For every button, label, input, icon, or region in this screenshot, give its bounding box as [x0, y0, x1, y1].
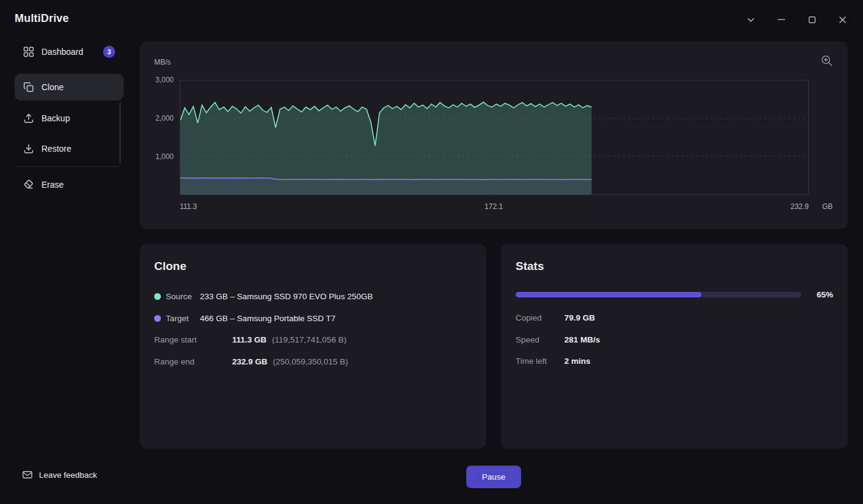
range-end-bytes: (250,059,350,015 B)	[273, 357, 348, 366]
speed-value: 281 MB/s	[564, 335, 600, 344]
clone-card: Clone Source 233 GB – Samsung SSD 970 EV…	[140, 244, 486, 449]
sidebar-item-label: Restore	[41, 144, 71, 154]
leave-feedback-button[interactable]: Leave feedback	[22, 469, 97, 480]
app-window: MultiDrive Dashboard 3 Clone	[0, 0, 863, 504]
progress-bar-track	[516, 292, 801, 297]
target-row: Target 466 GB – Samsung Portable SSD T7	[154, 308, 472, 330]
clone-card-title: Clone	[154, 260, 186, 273]
source-label: Source	[166, 292, 200, 301]
range-end-value: 232.9 GB	[232, 357, 268, 366]
range-start-value: 111.3 GB	[232, 335, 266, 344]
speed-label: Speed	[516, 335, 564, 344]
sidebar-item-backup[interactable]: Backup	[15, 105, 124, 132]
sidebar-item-label: Backup	[41, 113, 70, 123]
sidebar-item-label: Clone	[41, 82, 64, 92]
stats-card: Stats 65% Copied 79.9 GB Speed 281 MB/s …	[501, 244, 848, 449]
target-label: Target	[166, 314, 200, 323]
x-tick-start: 111.3	[180, 202, 197, 211]
source-row: Source 233 GB – Samsung SSD 970 EVO Plus…	[154, 286, 472, 308]
stats-card-title: Stats	[516, 260, 544, 273]
time-left-value: 2 mins	[564, 357, 591, 366]
y-tick-2000: 2,000	[142, 114, 174, 122]
sidebar-item-clone[interactable]: Clone	[15, 74, 124, 101]
leave-feedback-label: Leave feedback	[39, 470, 97, 480]
restore-download-icon	[23, 143, 34, 154]
zoom-in-magnifier-icon[interactable]	[820, 54, 834, 69]
backup-upload-icon	[23, 113, 34, 124]
copied-row: Copied 79.9 GB	[516, 307, 833, 329]
range-start-row: Range start 111.3 GB (119,517,741,056 B)	[154, 329, 472, 351]
speed-chart-card: MB/s 3,000 2,000 1,000 111.3 172.1 232.9…	[140, 41, 848, 229]
y-tick-3000: 3,000	[142, 76, 174, 84]
window-controls	[742, 11, 851, 28]
y-tick-1000: 1,000	[142, 152, 174, 161]
source-color-dot	[154, 293, 161, 300]
erase-eraser-icon	[23, 179, 34, 190]
sidebar-item-restore[interactable]: Restore	[15, 135, 124, 162]
copied-value: 79.9 GB	[564, 313, 595, 322]
speed-chart-svg	[180, 80, 808, 194]
progress-row: 65%	[516, 290, 833, 299]
window-close-icon[interactable]	[834, 11, 851, 28]
copied-label: Copied	[516, 313, 564, 322]
progress-percent-label: 65%	[806, 290, 833, 299]
window-minimize-icon[interactable]	[773, 11, 790, 28]
sidebar-item-label: Erase	[41, 180, 64, 190]
x-axis-ticks: 111.3 172.1 232.9	[180, 202, 809, 211]
range-start-label: Range start	[154, 335, 232, 344]
time-left-row: Time left 2 mins	[516, 350, 833, 372]
range-start-bytes: (119,517,741,056 B)	[272, 335, 346, 344]
envelope-icon	[22, 469, 33, 480]
dashboard-badge: 3	[103, 46, 115, 58]
x-tick-mid: 172.1	[485, 202, 503, 211]
stats-rows: Copied 79.9 GB Speed 281 MB/s Time left …	[516, 307, 833, 372]
source-value: 233 GB – Samsung SSD 970 EVO Plus 250GB	[200, 292, 373, 301]
range-end-row: Range end 232.9 GB (250,059,350,015 B)	[154, 351, 472, 373]
x-tick-end: 232.9	[790, 202, 809, 211]
target-color-dot	[154, 315, 161, 322]
pause-button[interactable]: Pause	[466, 466, 521, 488]
speed-row: Speed 281 MB/s	[516, 329, 833, 351]
sidebar-item-dashboard[interactable]: Dashboard 3	[15, 38, 124, 65]
dashboard-grid-icon	[23, 46, 34, 57]
time-left-label: Time left	[516, 357, 564, 366]
y-axis-unit-label: MB/s	[154, 58, 171, 66]
sidebar-item-label: Dashboard	[41, 47, 83, 57]
app-title: MultiDrive	[15, 12, 69, 25]
window-maximize-icon[interactable]	[803, 11, 820, 28]
sidebar-scrollbar[interactable]	[119, 102, 121, 163]
sidebar-divider	[15, 166, 119, 167]
progress-bar-fill	[516, 292, 701, 297]
x-axis-unit-label: GB	[822, 202, 833, 211]
target-value: 466 GB – Samsung Portable SSD T7	[200, 314, 336, 323]
clone-rows: Source 233 GB – Samsung SSD 970 EVO Plus…	[154, 286, 472, 372]
clone-copy-icon	[23, 82, 34, 93]
plot-area	[180, 80, 809, 195]
window-menu-chevron-down-icon[interactable]	[742, 11, 759, 28]
range-end-label: Range end	[154, 357, 232, 366]
sidebar-item-erase[interactable]: Erase	[15, 171, 124, 198]
